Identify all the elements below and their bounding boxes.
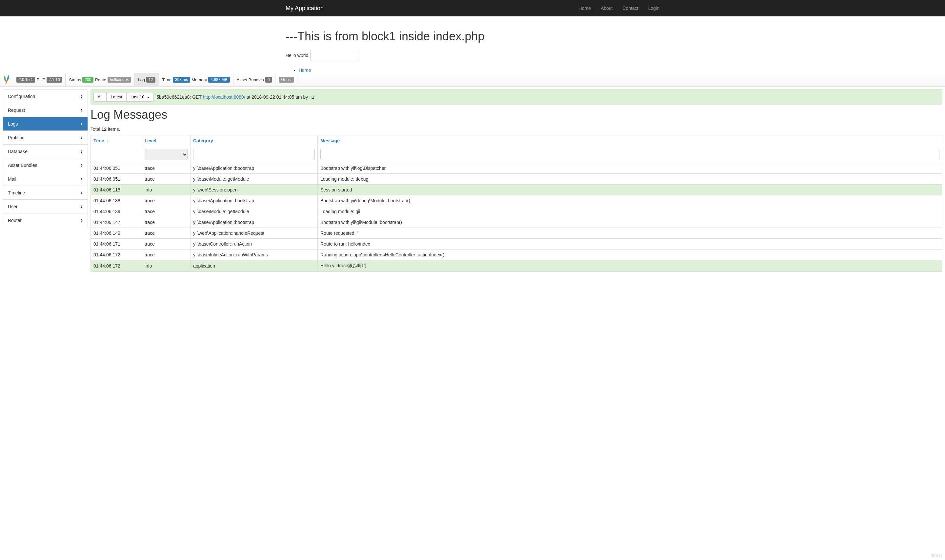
sidebar-item-timeline[interactable]: Timeline	[3, 186, 88, 200]
memory-label: Memory	[191, 77, 207, 82]
log-table: Time↓↑ Level Category Message 01:44:06.0…	[91, 135, 942, 272]
filter-last10-button[interactable]: Last 10	[126, 92, 154, 102]
cell-time: 01:44:06.115	[91, 185, 142, 195]
hello-text: Hello world	[286, 53, 308, 58]
cell-level: trace	[142, 249, 191, 260]
nav-link-about[interactable]: About	[596, 1, 618, 16]
cell-category: yii\base\InlineAction::runWithParams	[191, 249, 318, 260]
table-row[interactable]: 01:44:06.138traceyii\base\Application::b…	[91, 195, 942, 206]
sort-time-link[interactable]: Time↓↑	[94, 138, 109, 143]
nav-link-login[interactable]: Login	[643, 1, 664, 16]
sidebar-item-mail[interactable]: Mail	[3, 172, 88, 186]
log-count-badge: 12	[146, 77, 155, 83]
cell-message: Bootstrap with yii\gii\Module::bootstrap…	[318, 217, 942, 228]
table-row[interactable]: 01:44:06.149traceyii\web\Application::ha…	[91, 228, 942, 239]
toolbar-yii-version[interactable]: 2.0.15.1 PHP 7.1.16	[13, 73, 66, 86]
cell-category: yii\base\Controller::runAction	[191, 239, 318, 249]
assets-count-badge: 6	[265, 77, 272, 83]
filter-level-select[interactable]	[145, 149, 188, 160]
sort-category-link[interactable]: Category	[193, 138, 213, 143]
cell-message: Running action: app\controllers\HelloCon…	[318, 249, 942, 260]
chevron-right-icon	[81, 106, 83, 114]
request-info-bar: All Latest Last 10 5ba59e6621ea8: GET ht…	[91, 89, 942, 105]
sort-level-link[interactable]: Level	[145, 138, 156, 143]
navbar-links: Home About Contact Login	[574, 1, 664, 16]
cell-level: trace	[142, 228, 191, 239]
cell-time: 01:44:06.171	[91, 239, 142, 249]
sidebar-item-label: Configuration	[8, 94, 35, 99]
filter-category-input[interactable]	[193, 149, 315, 160]
nav-link-contact[interactable]: Contact	[617, 1, 643, 16]
chevron-right-icon	[81, 217, 83, 224]
debug-toolbar: 2.0.15.1 PHP 7.1.16 Status 200 Route hel…	[0, 73, 945, 86]
time-value-badge: 398 ms	[173, 77, 190, 83]
debug-sidebar: ConfigurationRequestLogsProfilingDatabas…	[3, 89, 88, 272]
sidebar-item-label: Request	[8, 108, 25, 113]
table-row[interactable]: 01:44:06.147traceyii\base\Application::b…	[91, 217, 942, 228]
sidebar-item-label: Profiling	[8, 135, 25, 140]
log-section-title: Log Messages	[91, 108, 942, 122]
yii-logo-icon[interactable]	[0, 73, 13, 86]
sidebar-item-profiling[interactable]: Profiling	[3, 131, 88, 145]
sidebar-item-database[interactable]: Database	[3, 145, 88, 158]
sort-asc-icon: ↓↑	[105, 139, 109, 143]
filter-latest-button[interactable]: Latest	[106, 92, 126, 102]
sidebar-item-user[interactable]: User	[3, 200, 88, 214]
filter-all-button[interactable]: All	[94, 92, 106, 102]
sidebar-item-asset-bundles[interactable]: Asset Bundles	[3, 158, 88, 172]
cell-category: yii\base\Application::bootstrap	[191, 163, 318, 174]
navbar-brand[interactable]: My Application	[281, 5, 329, 12]
cell-category: yii\base\Module::getModule	[191, 174, 318, 185]
table-row[interactable]: 01:44:06.051traceyii\base\Module::getMod…	[91, 174, 942, 185]
status-label: Status	[69, 77, 81, 82]
cell-time: 01:44:06.051	[91, 163, 142, 174]
sidebar-item-label: Router	[8, 218, 22, 223]
cell-time: 01:44:06.147	[91, 217, 142, 228]
filter-message-input[interactable]	[320, 149, 939, 160]
cell-category: application	[191, 260, 318, 272]
assets-label: Asset Bundles	[237, 77, 264, 82]
toolbar-log[interactable]: Log 12	[134, 73, 159, 86]
chevron-right-icon	[81, 203, 83, 210]
cell-time: 01:44:06.139	[91, 206, 142, 217]
sidebar-item-logs[interactable]: Logs	[3, 117, 88, 131]
cell-category: yii\base\Application::bootstrap	[191, 195, 318, 206]
sidebar-item-request[interactable]: Request	[3, 103, 88, 117]
table-row[interactable]: 01:44:06.172traceyii\base\InlineAction::…	[91, 249, 942, 260]
cell-category: yii\web\Session::open	[191, 185, 318, 195]
page-content: ---This is from block1 inside index.php …	[281, 16, 664, 73]
toolbar-user[interactable]: Guest	[275, 73, 297, 86]
cell-message: Route requested: ''	[318, 228, 942, 239]
chevron-right-icon	[81, 162, 83, 169]
table-row[interactable]: 01:44:06.171traceyii\base\Controller::ru…	[91, 239, 942, 249]
log-label: Log	[138, 77, 145, 82]
top-navbar: My Application Home About Contact Login	[0, 0, 945, 16]
toolbar-assets[interactable]: Asset Bundles 6	[234, 73, 276, 86]
log-summary: Total 12 items.	[91, 126, 942, 132]
status-code-badge: 200	[82, 77, 94, 83]
sidebar-item-label: User	[8, 204, 18, 209]
table-row[interactable]: 01:44:06.172infoapplicationHello yii-tra…	[91, 260, 942, 272]
table-row[interactable]: 01:44:06.051traceyii\base\Application::b…	[91, 163, 942, 174]
sublink-home[interactable]: Home	[299, 68, 311, 73]
cell-level: trace	[142, 195, 191, 206]
route-value-badge: hello/index	[108, 77, 131, 83]
hello-input[interactable]	[310, 50, 359, 61]
cell-category: yii\base\Application::bootstrap	[191, 217, 318, 228]
sidebar-item-router[interactable]: Router	[3, 214, 88, 227]
php-label: PHP	[36, 77, 45, 82]
cell-time: 01:44:06.051	[91, 174, 142, 185]
sort-message-link[interactable]: Message	[320, 138, 340, 143]
toolbar-time[interactable]: Time 398 ms Memory 4.687 MB	[159, 73, 234, 86]
request-url-link[interactable]: http://localhost:8080/	[203, 94, 245, 100]
chevron-right-icon	[81, 120, 83, 127]
nav-link-home[interactable]: Home	[574, 1, 596, 16]
chevron-right-icon	[81, 189, 83, 196]
table-row[interactable]: 01:44:06.139traceyii\base\Module::getMod…	[91, 206, 942, 217]
table-row[interactable]: 01:44:06.115infoyii\web\Session::openSes…	[91, 185, 942, 195]
cell-level: trace	[142, 217, 191, 228]
sidebar-item-configuration[interactable]: Configuration	[3, 89, 88, 103]
toolbar-status[interactable]: Status 200 Route hello/index	[66, 73, 134, 86]
cell-message: Loading module: debug	[318, 174, 942, 185]
request-summary: 5ba59e6621ea8: GET http://localhost:8080…	[156, 94, 314, 100]
